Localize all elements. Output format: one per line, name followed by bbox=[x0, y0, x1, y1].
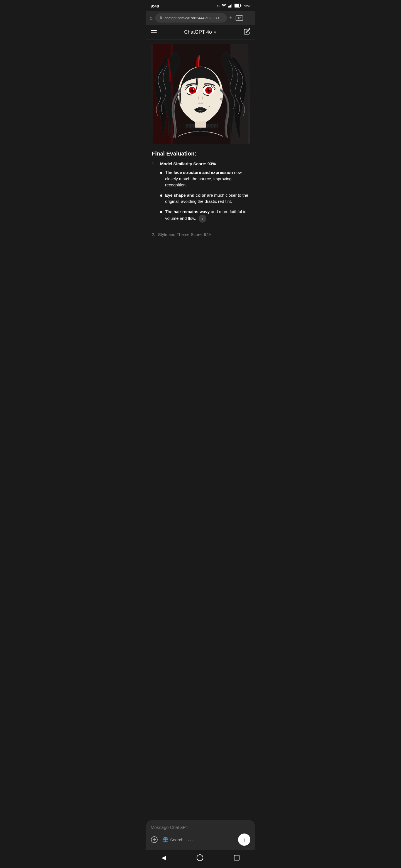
partial-list-item: 2. Style and Theme Score: 94% bbox=[152, 232, 249, 237]
globe-icon: 🌐 bbox=[162, 837, 169, 843]
gothic-illustration-svg bbox=[151, 44, 250, 144]
svg-point-32 bbox=[198, 102, 201, 104]
bold-text: hair remains wavy bbox=[173, 209, 210, 214]
bullet-text-3: The hair remains wavy and more faithful … bbox=[165, 209, 249, 223]
download-icon: ↓ bbox=[201, 216, 203, 222]
svg-rect-0 bbox=[228, 6, 229, 7]
search-label: Search bbox=[170, 837, 183, 842]
signal-icon bbox=[228, 4, 232, 8]
status-bar: 9:48 ⊖ 73% bbox=[146, 0, 255, 11]
send-icon: ↑ bbox=[243, 837, 246, 843]
input-actions: 🌐 Search ··· ↑ bbox=[151, 834, 250, 846]
block-icon: ⊖ bbox=[217, 4, 220, 8]
message-input[interactable] bbox=[151, 824, 250, 834]
list-item: The face structure and expression now cl… bbox=[160, 169, 249, 188]
browser-home-icon[interactable]: ⌂ bbox=[149, 15, 153, 21]
item-content: Model Similarity Score: 93% The face str… bbox=[160, 161, 249, 226]
bold-text: Eye shape and color bbox=[165, 193, 206, 197]
item-title: Model Similarity Score: 93% bbox=[160, 161, 249, 166]
app-header: ChatGPT 4o ∨ bbox=[146, 25, 255, 40]
search-button[interactable]: 🌐 Search bbox=[162, 837, 183, 843]
more-options-button[interactable]: ··· bbox=[188, 837, 194, 843]
menu-line-1 bbox=[151, 30, 157, 31]
browser-actions: + 12 ⋮ bbox=[229, 15, 252, 21]
menu-line-3 bbox=[151, 34, 157, 34]
bullet-text-1: The face structure and expression now cl… bbox=[165, 169, 249, 188]
item-number: 1. bbox=[152, 161, 157, 226]
partial-title: Style and Theme Score: 94% bbox=[158, 232, 212, 237]
wifi-icon bbox=[221, 4, 226, 8]
bullet-dot bbox=[160, 194, 162, 197]
bullet-dot bbox=[160, 172, 162, 174]
chevron-down-icon: ∨ bbox=[213, 30, 217, 34]
recents-square-icon bbox=[234, 855, 239, 861]
menu-line-2 bbox=[151, 32, 157, 33]
new-tab-icon[interactable]: + bbox=[229, 15, 232, 21]
nav-bar: ◀ bbox=[146, 850, 255, 868]
svg-point-33 bbox=[201, 102, 203, 104]
section-title: Final Evaluation: bbox=[152, 151, 249, 157]
url-bar[interactable]: chatgpt.com/c/67a82444-e028-80 bbox=[155, 13, 227, 23]
list-item: 1. Model Similarity Score: 93% The face … bbox=[152, 161, 249, 226]
image-container bbox=[146, 40, 255, 148]
recents-button[interactable] bbox=[227, 853, 246, 863]
url-text: chatgpt.com/c/67a82444-e028-80 bbox=[165, 16, 223, 20]
svg-point-34 bbox=[209, 106, 210, 107]
bullet-list: The face structure and expression now cl… bbox=[160, 169, 249, 223]
generated-image[interactable] bbox=[151, 44, 250, 144]
numbered-list: 1. Model Similarity Score: 93% The face … bbox=[152, 161, 249, 226]
browser-bar: ⌂ chatgpt.com/c/67a82444-e028-80 + 12 ⋮ bbox=[146, 11, 255, 25]
battery-text: 73% bbox=[243, 4, 250, 8]
bullet-text-2: Eye shape and color are much closer to t… bbox=[165, 192, 249, 205]
battery-icon bbox=[234, 4, 241, 8]
status-time: 9:48 bbox=[151, 4, 159, 8]
svg-point-26 bbox=[209, 89, 210, 90]
svg-rect-5 bbox=[235, 4, 239, 7]
back-button[interactable]: ◀ bbox=[155, 852, 173, 864]
svg-rect-1 bbox=[229, 6, 230, 7]
edit-icon[interactable] bbox=[244, 28, 250, 36]
list-item: Eye shape and color are much closer to t… bbox=[160, 192, 249, 205]
app-title-text: ChatGPT 4o bbox=[184, 29, 212, 35]
menu-button[interactable] bbox=[151, 30, 157, 34]
url-security-icon bbox=[159, 16, 163, 20]
svg-point-36 bbox=[221, 98, 222, 100]
text-content: Final Evaluation: 1. Model Similarity Sc… bbox=[146, 148, 255, 242]
main-content: Final Evaluation: 1. Model Similarity Sc… bbox=[146, 40, 255, 292]
input-left-actions: 🌐 Search ··· bbox=[151, 836, 194, 843]
tab-count[interactable]: 12 bbox=[236, 15, 243, 21]
svg-line-21 bbox=[190, 85, 191, 86]
svg-rect-6 bbox=[240, 5, 241, 6]
svg-rect-39 bbox=[195, 121, 206, 127]
partial-number: 2. bbox=[152, 232, 155, 237]
status-icons: ⊖ 73% bbox=[217, 4, 250, 8]
svg-point-16 bbox=[193, 89, 194, 90]
list-item: The hair remains wavy and more faithful … bbox=[160, 209, 249, 223]
add-attachment-button[interactable] bbox=[151, 836, 158, 843]
download-button[interactable]: ↓ bbox=[199, 215, 206, 223]
svg-rect-2 bbox=[230, 5, 231, 7]
app-title[interactable]: ChatGPT 4o ∨ bbox=[184, 29, 217, 35]
browser-more-icon[interactable]: ⋮ bbox=[247, 15, 252, 21]
svg-rect-3 bbox=[231, 4, 232, 7]
send-button[interactable]: ↑ bbox=[238, 834, 250, 846]
svg-line-31 bbox=[210, 85, 210, 86]
bold-text: face structure and expression bbox=[173, 170, 233, 175]
home-button[interactable] bbox=[190, 852, 210, 863]
home-circle-icon bbox=[197, 855, 203, 861]
bullet-dot bbox=[160, 211, 162, 213]
